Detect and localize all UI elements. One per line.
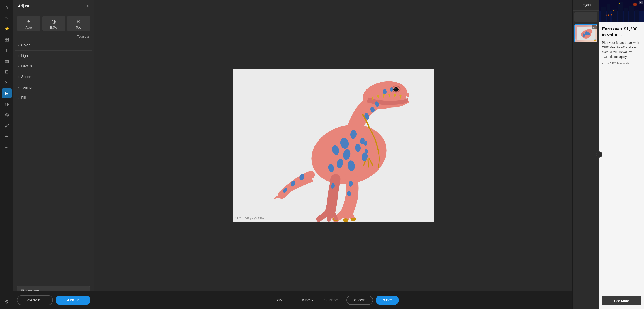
vinyl-tool[interactable]: ◎ — [2, 110, 12, 120]
svg-point-37 — [588, 32, 590, 36]
svg-point-3 — [393, 87, 399, 92]
scene-accordion: › Scene — [15, 72, 92, 82]
apply-button[interactable]: APPLY — [56, 295, 90, 305]
fill-accordion: › Fill — [15, 93, 92, 103]
adjust-panel-header: Adjust ✕ — [14, 0, 94, 12]
svg-rect-40 — [602, 7, 606, 23]
svg-rect-50 — [619, 3, 620, 4]
layer-thumbnail: ••• ⊞ 🔒 — [574, 25, 598, 42]
fill-arrow-icon: › — [18, 96, 19, 100]
see-more-button[interactable]: See More — [602, 296, 641, 305]
toning-accordion-header[interactable]: › Toning — [15, 82, 92, 93]
svg-rect-44 — [624, 8, 628, 23]
redo-icon: ↪ — [324, 298, 327, 302]
fill-accordion-header[interactable]: › Fill — [15, 93, 92, 103]
brush-tool[interactable]: 🖌 — [2, 121, 12, 131]
pop-label: Pop — [76, 26, 82, 29]
details-accordion: › Details — [15, 61, 92, 72]
center-section: 1123 x 842 px @ 72% − 72% + UNDO ↩ ↪ RED… — [94, 0, 572, 309]
details-accordion-header[interactable]: › Details — [15, 61, 92, 72]
pop-icon: ⊙ — [76, 19, 81, 25]
grid-tool[interactable]: ▦ — [2, 35, 12, 44]
history-controls: UNDO ↩ ↪ REDO — [297, 296, 342, 304]
undo-button[interactable]: UNDO ↩ — [297, 296, 318, 304]
svg-rect-45 — [630, 6, 634, 23]
toning-arrow-icon: › — [18, 86, 19, 89]
svg-point-4 — [394, 88, 396, 90]
canvas-image: 1123 x 842 px @ 72% — [232, 69, 434, 222]
image-info: 1123 x 842 px @ 72% — [235, 217, 264, 220]
save-button[interactable]: SAVE — [376, 295, 399, 305]
bottom-toolbar: − 72% + UNDO ↩ ↪ REDO CLOSE SAVE — [94, 291, 572, 309]
crop-tool[interactable]: ⊡ — [2, 67, 12, 77]
svg-point-36 — [582, 34, 585, 37]
select-tool[interactable]: ↖ — [2, 13, 12, 23]
home-tool[interactable]: ⌂ — [2, 2, 12, 12]
close-save-group: CLOSE SAVE — [346, 295, 399, 305]
color-accordion-header[interactable]: › Color — [15, 40, 92, 51]
light-accordion: › Light — [15, 51, 92, 61]
layer-image-icon: ⊞ — [575, 39, 577, 42]
light-label: Light — [21, 54, 29, 58]
details-arrow-icon: › — [18, 65, 19, 68]
redo-label: REDO — [328, 298, 338, 302]
color-arrow-icon: › — [18, 44, 19, 47]
text-tool[interactable]: T — [2, 45, 12, 55]
ad-body-text: Plan your future travel with CIBC Aventu… — [602, 40, 641, 59]
zoom-controls: − 72% + — [268, 296, 292, 304]
color-accordion: › Color — [15, 40, 92, 51]
fill-label: Fill — [21, 96, 26, 100]
ad-title: Earn over $1,200 in value†. — [602, 26, 641, 38]
close-button[interactable]: CLOSE — [346, 295, 373, 305]
scissors-tool[interactable]: ✂ — [2, 78, 12, 88]
svg-text:CITY: CITY — [606, 13, 613, 16]
bw-label: B&W — [50, 26, 57, 29]
auto-preset-button[interactable]: ✦ Auto — [17, 16, 40, 31]
redo-button[interactable]: ↪ REDO — [320, 296, 342, 304]
collapse-panel-button[interactable]: ‹ — [596, 151, 602, 158]
zoom-in-button[interactable]: + — [287, 296, 292, 304]
auto-icon: ✦ — [27, 19, 31, 25]
left-toolbar: ⌂ ↖ ⚡ ▦ T ▤ ⊡ ✂ ⊟ ◑ ◎ 🖌 ✒ ••• ⚙ — [0, 0, 14, 309]
svg-rect-47 — [604, 8, 604, 9]
ad-badge: Ad — [638, 1, 643, 4]
ad-note: Ad by CIBC Aventura® — [602, 62, 641, 65]
svg-rect-49 — [613, 10, 614, 11]
ad-content: Earn over $1,200 in value†. Plan your fu… — [599, 23, 644, 309]
layer-options-button[interactable]: ••• — [592, 25, 596, 29]
pattern-tool[interactable]: ▤ — [2, 56, 12, 66]
svg-rect-52 — [630, 7, 631, 8]
adjust-close-button[interactable]: ✕ — [86, 4, 90, 9]
scene-accordion-header[interactable]: › Scene — [15, 72, 92, 82]
canvas-container: 1123 x 842 px @ 72% — [94, 0, 572, 291]
svg-rect-48 — [608, 6, 609, 6]
zoom-out-button[interactable]: − — [268, 296, 272, 304]
auto-label: Auto — [25, 26, 32, 29]
pen-tool[interactable]: ✒ — [2, 131, 12, 141]
pop-preset-button[interactable]: ⊙ Pop — [67, 16, 90, 31]
undo-icon: ↩ — [312, 298, 315, 302]
circle-half-tool[interactable]: ◑ — [2, 99, 12, 109]
cancel-button[interactable]: CANCEL — [17, 295, 53, 305]
adjust-panel-title: Adjust — [18, 4, 29, 9]
toning-label: Toning — [21, 85, 32, 90]
toggle-all-button[interactable]: Toggle all — [77, 35, 90, 38]
adjust-panel: Adjust ✕ ✦ Auto ◑ B&W ⊙ Pop Toggle all — [14, 0, 94, 309]
layer-icons-row: ⊞ 🔒 — [575, 39, 596, 42]
scene-label: Scene — [21, 75, 31, 79]
more-tool[interactable]: ••• — [2, 142, 12, 152]
ad-panel: CITY Ad Earn over $1,200 in value†. Plan… — [599, 0, 644, 309]
color-label: Color — [21, 43, 30, 47]
layers-header: Layers — [572, 0, 599, 11]
toggle-all-row: Toggle all — [14, 33, 94, 40]
bw-icon: ◑ — [52, 19, 56, 25]
add-layer-button[interactable]: + — [574, 12, 598, 22]
light-arrow-icon: › — [18, 54, 19, 57]
svg-rect-46 — [636, 10, 639, 23]
sliders-tool[interactable]: ⊟ — [2, 88, 12, 98]
settings-icon[interactable]: ⚙ — [2, 297, 12, 307]
light-accordion-header[interactable]: › Light — [15, 51, 92, 61]
bw-preset-button[interactable]: ◑ B&W — [42, 16, 66, 31]
details-label: Details — [21, 64, 32, 68]
lightning-tool[interactable]: ⚡ — [2, 24, 12, 34]
